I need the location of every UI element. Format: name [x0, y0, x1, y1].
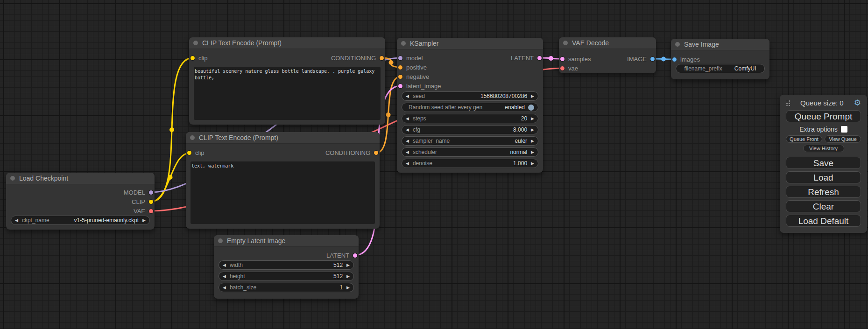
view-history-button[interactable]: View History [803, 145, 844, 152]
toggle-knob[interactable] [528, 105, 534, 111]
drag-handle-icon[interactable] [786, 100, 790, 106]
node-clip-text-encode-negative[interactable]: CLIP Text Encode (Prompt) clip CONDITION… [186, 132, 380, 229]
filename-prefix-widget[interactable]: filename_prefix ComfyUI [676, 64, 765, 73]
save-button[interactable]: Save [786, 157, 861, 169]
node-title-bar[interactable]: CLIP Text Encode (Prompt) [186, 132, 380, 144]
node-save-image[interactable]: Save Image images filename_prefix ComfyU… [671, 39, 769, 79]
node-empty-latent-image[interactable]: Empty Latent Image LATENT ◀ width 512 ▶ … [214, 235, 359, 299]
batch-size-widget[interactable]: ◀ batch_size 1 ▶ [219, 283, 354, 292]
conditioning-output-dot[interactable] [380, 56, 384, 60]
load-button[interactable]: Load [786, 171, 861, 183]
output-label: MODEL [124, 189, 145, 196]
node-load-checkpoint[interactable]: Load Checkpoint MODEL CLIP VAE ◀ ckpt_na… [6, 173, 155, 230]
positive-input-dot[interactable] [398, 65, 402, 70]
node-title: CLIP Text Encode (Prompt) [199, 134, 278, 141]
node-title-bar[interactable]: CLIP Text Encode (Prompt) [189, 37, 385, 49]
clear-button[interactable]: Clear [786, 200, 861, 212]
widget-value: 512 [247, 262, 343, 268]
width-widget[interactable]: ◀ width 512 ▶ [219, 260, 354, 270]
decrement-arrow-icon[interactable]: ◀ [406, 117, 409, 121]
increment-arrow-icon[interactable]: ▶ [531, 161, 534, 166]
output-label: CONDITIONING [325, 149, 370, 156]
node-title-bar[interactable]: KSampler [397, 38, 543, 49]
decrement-arrow-icon[interactable]: ◀ [406, 150, 409, 154]
extra-options-checkbox[interactable] [841, 126, 847, 133]
decrement-arrow-icon[interactable]: ◀ [223, 286, 226, 290]
input-slot-negative: negative [397, 72, 543, 81]
increment-arrow-icon[interactable]: ▶ [346, 274, 350, 279]
node-title-bar[interactable]: Load Checkpoint [6, 173, 155, 184]
collapse-dot[interactable] [190, 135, 195, 140]
node-vae-decode[interactable]: VAE Decode samples vae IMAGE [559, 37, 656, 73]
input-slot-vae: vae [559, 63, 656, 73]
decrement-arrow-icon[interactable]: ◀ [406, 139, 409, 143]
collapse-dot[interactable] [193, 41, 198, 45]
seed-widget[interactable]: ◀ seed 156680208700286 ▶ [402, 91, 538, 101]
cfg-widget[interactable]: ◀ cfg 8.000 ▶ [402, 125, 538, 134]
node-ksampler[interactable]: KSampler model positive negative latent_… [397, 38, 543, 173]
latent-input-dot[interactable] [398, 84, 402, 88]
increment-arrow-icon[interactable]: ▶ [531, 150, 534, 154]
node-title-bar[interactable]: VAE Decode [559, 37, 656, 49]
refresh-button[interactable]: Refresh [786, 186, 861, 198]
denoise-widget[interactable]: ◀ denoise 1.000 ▶ [402, 159, 538, 168]
decrement-arrow-icon[interactable]: ◀ [223, 274, 226, 279]
increment-arrow-icon[interactable]: ▶ [531, 139, 534, 143]
decrement-arrow-icon[interactable]: ◀ [15, 218, 18, 223]
queue-front-button[interactable]: Queue Front [786, 135, 822, 143]
sampler-name-widget[interactable]: ◀ sampler_name euler ▶ [402, 136, 538, 146]
increment-arrow-icon[interactable]: ▶ [531, 128, 534, 132]
random-seed-toggle-widget[interactable]: Random seed after every gen enabled [402, 103, 538, 112]
height-widget[interactable]: ◀ height 512 ▶ [219, 272, 354, 281]
increment-arrow-icon[interactable]: ▶ [346, 286, 350, 290]
collapse-dot[interactable] [675, 42, 680, 47]
vae-input-dot[interactable] [560, 66, 565, 70]
images-input-dot[interactable] [672, 57, 677, 62]
widget-label: batch_size [230, 284, 256, 291]
increment-arrow-icon[interactable]: ▶ [531, 117, 534, 121]
steps-widget[interactable]: ◀ steps 20 ▶ [402, 114, 538, 123]
widget-label: sampler_name [413, 138, 450, 144]
decrement-arrow-icon[interactable]: ◀ [406, 161, 409, 166]
collapse-dot[interactable] [401, 41, 406, 46]
settings-gear-icon[interactable]: ⚙ [854, 99, 861, 107]
load-default-button[interactable]: Load Default [786, 215, 861, 227]
prompt-textarea[interactable]: beautiful scenery nature glass bottle la… [194, 67, 381, 120]
input-label: negative [406, 73, 429, 80]
widget-value: enabled [486, 104, 525, 111]
decrement-arrow-icon[interactable]: ◀ [406, 94, 409, 98]
increment-arrow-icon[interactable]: ▶ [346, 263, 350, 267]
output-label: LATENT [326, 252, 349, 259]
view-queue-button[interactable]: View Queue [825, 135, 861, 143]
node-title: VAE Decode [572, 39, 609, 47]
output-label: CLIP [132, 198, 145, 205]
node-clip-text-encode-positive[interactable]: CLIP Text Encode (Prompt) clip CONDITION… [189, 37, 385, 125]
node-title-bar[interactable]: Empty Latent Image [214, 235, 359, 247]
increment-arrow-icon[interactable]: ▶ [531, 94, 534, 98]
collapse-dot[interactable] [10, 176, 15, 181]
widget-label: Random seed after every gen [409, 104, 482, 111]
decrement-arrow-icon[interactable]: ◀ [406, 128, 409, 132]
vae-output-dot[interactable] [149, 209, 153, 213]
widget-label: cfg [413, 126, 420, 133]
decrement-arrow-icon[interactable]: ◀ [223, 263, 226, 267]
graph-canvas[interactable]: Load Checkpoint MODEL CLIP VAE ◀ ckpt_na… [0, 0, 868, 329]
latent-output-dot[interactable] [537, 56, 542, 60]
latent-output-dot[interactable] [353, 253, 357, 258]
node-title-bar[interactable]: Save Image [671, 39, 769, 50]
increment-arrow-icon[interactable]: ▶ [142, 218, 146, 223]
clip-output-dot[interactable] [149, 200, 153, 204]
scheduler-widget[interactable]: ◀ scheduler normal ▶ [402, 147, 538, 157]
prompt-textarea[interactable]: text, watermark [191, 161, 375, 224]
negative-input-dot[interactable] [398, 75, 402, 79]
input-slot-positive: positive [397, 63, 543, 72]
collapse-dot[interactable] [218, 238, 223, 243]
ckpt-name-widget[interactable]: ◀ ckpt_name v1-5-pruned-emaonly.ckpt ▶ [11, 216, 150, 225]
conditioning-output-dot[interactable] [374, 151, 378, 155]
queue-prompt-button[interactable]: Queue Prompt [786, 110, 861, 122]
output-label: CONDITIONING [331, 55, 376, 62]
model-output-dot[interactable] [149, 190, 153, 195]
image-output-dot[interactable] [650, 57, 655, 61]
collapse-dot[interactable] [563, 41, 568, 45]
widget-value: normal [441, 149, 527, 155]
